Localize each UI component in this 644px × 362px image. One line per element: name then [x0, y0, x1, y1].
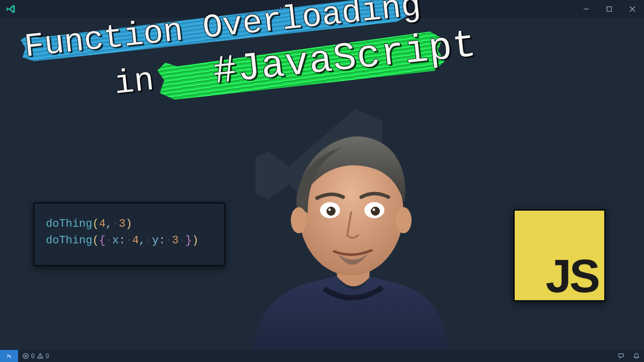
headline-line-2-pre: in — [112, 62, 156, 104]
svg-point-17 — [40, 357, 41, 358]
code-snippet-box: doThing(4,·3) doThing({·x:·4,·y:·3·}) — [33, 202, 225, 266]
minimize-button[interactable] — [575, 0, 598, 18]
javascript-badge-label: JS — [545, 253, 598, 299]
vscode-insiders-logo-icon — [6, 4, 16, 14]
maximize-button[interactable] — [598, 0, 621, 18]
code-line-1: doThing(4,·3) — [46, 216, 213, 232]
problems-errors-button[interactable]: 0 0 — [18, 350, 53, 362]
editor-area: Function Overloading in #JavaScript doTh… — [0, 18, 644, 350]
vscode-watermark-icon — [247, 100, 397, 253]
svg-point-7 — [320, 202, 340, 218]
code-line-2: doThing({·x:·4,·y:·3·}) — [46, 232, 213, 249]
svg-point-5 — [291, 207, 307, 233]
svg-point-10 — [371, 207, 380, 216]
svg-rect-1 — [607, 7, 612, 12]
svg-point-11 — [329, 209, 331, 211]
svg-point-12 — [373, 209, 375, 211]
error-count: 0 — [31, 352, 35, 359]
remote-indicator-button[interactable] — [0, 350, 18, 362]
feedback-button[interactable] — [614, 350, 629, 362]
status-bar: 0 0 — [0, 350, 644, 362]
notifications-button[interactable] — [629, 350, 644, 362]
window-controls — [575, 0, 644, 18]
svg-point-8 — [364, 202, 384, 218]
close-button[interactable] — [621, 0, 644, 18]
javascript-badge: JS — [513, 209, 606, 302]
svg-point-4 — [299, 149, 404, 276]
presenter-photo — [237, 127, 459, 362]
svg-point-6 — [395, 207, 412, 233]
svg-point-9 — [327, 207, 336, 216]
warning-count: 0 — [46, 352, 49, 359]
